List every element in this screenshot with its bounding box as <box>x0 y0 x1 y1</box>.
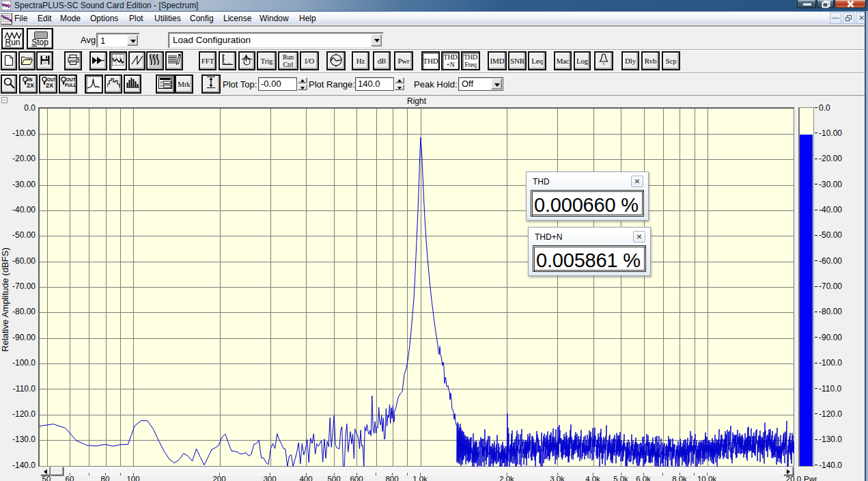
svg-text:FULL: FULL <box>65 83 76 87</box>
svg-text:IN: IN <box>28 77 33 82</box>
svg-text:2X: 2X <box>27 82 34 89</box>
svg-text:OUT: OUT <box>66 77 76 82</box>
svg-text:2X: 2X <box>46 82 53 89</box>
svg-text:OUT: OUT <box>47 77 55 82</box>
